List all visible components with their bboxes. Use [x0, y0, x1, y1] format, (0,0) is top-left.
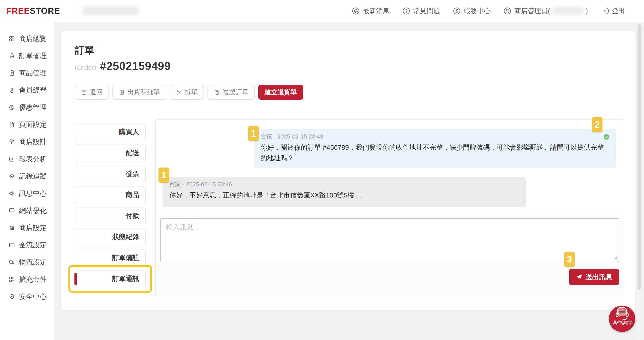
store-name-redacted	[82, 6, 138, 15]
sidebar-label: 訂單管理	[19, 51, 47, 60]
sidebar-item-tracking[interactable]: 記錄追蹤	[0, 168, 54, 185]
read-check-icon	[604, 134, 609, 140]
person-icon	[8, 87, 15, 94]
message-input-wrap	[160, 218, 619, 262]
annotation-badge-3: 3	[564, 252, 575, 267]
sidebar-label: 擴充套件	[19, 275, 47, 284]
create-return-button[interactable]: 建立退貨單	[258, 85, 303, 100]
sidebar-item-logistics[interactable]: 物流設定	[0, 254, 54, 271]
headset-chat-icon	[613, 306, 631, 321]
seller-message-meta: 賣家 - 2025-02-15 23:43	[260, 133, 609, 140]
sidebar-label: 網站優化	[19, 206, 47, 215]
nav-logout[interactable]: 登出	[600, 6, 625, 16]
freestore-logo[interactable]: FREESTORE	[6, 6, 60, 16]
order-label: (Order)	[75, 64, 96, 71]
paint-roller-icon	[8, 138, 15, 145]
tab-buyer[interactable]: 購買人	[75, 124, 146, 140]
nav-billing[interactable]: 帳務中心	[452, 6, 490, 16]
back-label: 返回	[90, 88, 103, 97]
message-input[interactable]	[160, 218, 619, 262]
grid-plus-icon	[8, 276, 15, 283]
sidebar-label: 頁面設定	[19, 120, 47, 129]
sidebar-item-members[interactable]: 會員經營	[0, 81, 54, 99]
sidebar-label: 優惠管理	[19, 103, 47, 112]
tab-invoice[interactable]: 發票	[75, 166, 146, 182]
gear-icon	[8, 225, 15, 231]
chat-input-section: 3 送出訊息	[156, 214, 623, 296]
sidebar-label: 報表分析	[19, 154, 47, 164]
page-icon	[8, 121, 15, 128]
nav-admin-suffix: )	[586, 7, 588, 15]
nav-logout-label: 登出	[612, 6, 625, 16]
tab-label: 購買人	[119, 127, 139, 136]
main-area: 訂單 (Order) #2502159499 返回 出貨明細單 拆單 複製訂單	[54, 22, 644, 340]
seller-message-text: 你好，關於你的訂單 #456789，我們發現你的收件地址不完整，缺少門牌號碼，可…	[260, 142, 609, 163]
megaphone-icon	[8, 190, 15, 197]
sidebar-item-payments[interactable]: 金流設定	[0, 236, 54, 254]
nav-faq[interactable]: 常見問題	[402, 6, 440, 16]
order-number: #2502159499	[100, 60, 171, 73]
page-title: 訂單	[75, 44, 171, 57]
help-floating-button[interactable]: 操作詢問	[609, 306, 635, 332]
sidebar-item-reports[interactable]: 報表分析	[0, 150, 54, 168]
nav-admin-account[interactable]: 商店管理員( )	[503, 6, 588, 16]
grid-icon	[8, 35, 15, 42]
tab-order-messages[interactable]: 訂單通訊	[75, 271, 146, 287]
sidebar-item-seo[interactable]: 網站優化	[0, 202, 54, 219]
tab-label: 商品	[126, 190, 139, 200]
nav-billing-label: 帳務中心	[464, 6, 490, 16]
tab-shipping[interactable]: 配送	[75, 145, 146, 161]
tab-payment[interactable]: 付款	[75, 208, 146, 224]
tab-order-notes[interactable]: 訂單備註	[75, 250, 146, 266]
bell-icon	[352, 7, 360, 15]
order-actions: 返回 出貨明細單 拆單 複製訂單 建立退貨單	[75, 85, 303, 100]
copy-icon	[214, 89, 220, 95]
tab-label: 發票	[126, 169, 139, 178]
order-section-tabs: 購買人 配送 發票 商品 付款 狀態紀錄 訂單備註 訂單通訊	[75, 124, 146, 287]
tab-products[interactable]: 商品	[75, 187, 146, 203]
tab-label: 付款	[126, 211, 139, 221]
annotation-badge-1b: 1	[158, 168, 169, 183]
copy-order-button[interactable]: 複製訂單	[208, 85, 255, 100]
page-scrollbar-thumb[interactable]	[638, 24, 641, 290]
shipping-detail-button[interactable]: 出貨明細單	[112, 85, 166, 100]
sidebar-item-promotions[interactable]: 優惠管理	[0, 99, 54, 116]
document-icon	[119, 89, 125, 95]
undo-icon	[81, 89, 87, 95]
sidebar-item-store-settings[interactable]: 商店設定	[0, 219, 54, 236]
sidebar-item-pages[interactable]: 頁面設定	[0, 116, 54, 133]
chart-icon	[8, 156, 15, 162]
sidebar-item-store-design[interactable]: 商店設計	[0, 133, 54, 150]
sidebar-item-security[interactable]: 安全中心	[0, 288, 54, 305]
back-button[interactable]: 返回	[75, 85, 109, 100]
seller-message-bubble: 賣家 - 2025-02-15 23:43 你好，關於你的訂單 #456789，…	[254, 129, 616, 168]
sidebar-item-products[interactable]: 商品管理	[0, 64, 54, 81]
question-icon	[402, 7, 410, 15]
sidebar-label: 記錄追蹤	[19, 172, 47, 181]
order-card: 訂單 (Order) #2502159499 返回 出貨明細單 拆單 複製訂單	[61, 31, 636, 310]
logo-store: STORE	[30, 6, 60, 16]
logo-free: FREE	[6, 6, 30, 16]
buyer-message-text: 你好，不好意思，正確的地址是「台北市信義區XX路100號5樓」。	[169, 190, 519, 201]
send-message-button[interactable]: 送出訊息	[569, 269, 619, 285]
sidebar-label: 安全中心	[19, 292, 47, 301]
tab-label: 狀態紀錄	[112, 232, 139, 242]
tab-label: 訂單通訊	[112, 274, 139, 284]
basket-icon	[8, 52, 15, 59]
sidebar-label: 物流設定	[19, 258, 47, 267]
order-chat-panel: 1 2 1 賣家 - 2025-02-15 23:43 你好，關於你的訂單 #4…	[156, 119, 623, 296]
order-line: (Order) #2502159499	[75, 60, 171, 73]
sidebar-item-message-center[interactable]: 訊息中心	[0, 185, 54, 202]
page-scrollbar-track[interactable]	[637, 22, 641, 340]
sidebar-item-store-overview[interactable]: 商店總覽	[0, 30, 54, 47]
sidebar-label: 商店設定	[19, 223, 47, 233]
split-order-button[interactable]: 拆單	[170, 85, 204, 100]
help-button-label: 操作詢問	[612, 320, 632, 326]
sidebar-item-extensions[interactable]: 擴充套件	[0, 271, 54, 288]
sidebar-item-orders[interactable]: 訂單管理	[0, 47, 54, 64]
sidebar: 商店總覽 訂單管理 商品管理 會員經營 優惠管理 頁面設定 商店設計 報表分析 …	[0, 22, 54, 340]
shield-icon	[8, 293, 15, 300]
nav-news[interactable]: 最新消息	[352, 6, 390, 16]
send-message-label: 送出訊息	[586, 273, 612, 282]
tab-status-history[interactable]: 狀態紀錄	[75, 229, 146, 245]
